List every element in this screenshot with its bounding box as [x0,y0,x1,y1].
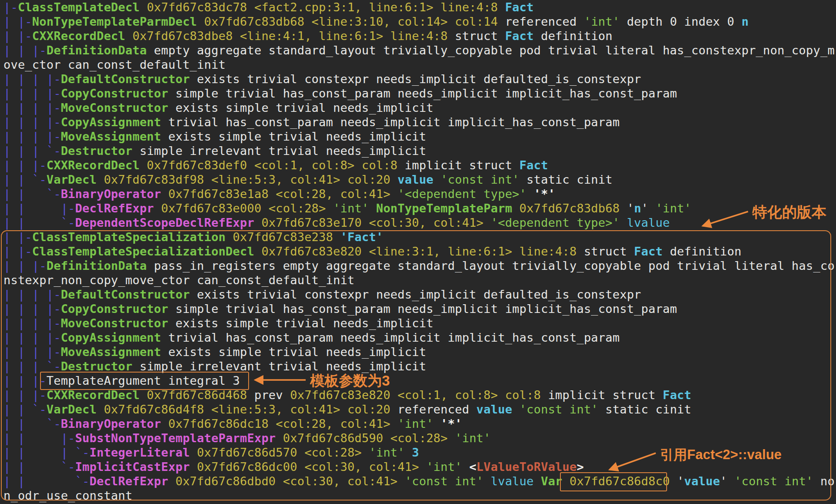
ast-token: simple trivial has_const_param needs_imp… [169,302,677,316]
ast-token: | | | |- [3,115,61,129]
ast-token: MoveConstructor [61,101,169,114]
ast-line: | | | |-CopyConstructor simple trivial h… [3,86,836,101]
ast-line: | | `-DeclRefExpr 0x7fd67c86dbd0 <col:30… [3,474,836,488]
ast-token: 0x7fd67c86d590 <col:28> [276,431,448,445]
ast-token: lvalue [620,216,670,229]
ast-token: Fact [634,245,663,258]
ast-token: > [576,460,583,474]
ast-token: | | |- [3,158,47,172]
ast-token: 0x7fd67c86d570 <col:28> [190,446,362,459]
ast-token: simple irrelevant trivial needs_implicit [132,360,426,373]
ast-token: exists simple trivial needs_implicit [169,101,434,114]
ast-token: MoveAssignment [61,345,161,359]
ast-token: pass_in_registers empty aggregate standa… [147,259,835,272]
ast-token: value [391,173,434,186]
ast-line: | | | |-MoveConstructor exists simple tr… [3,101,836,115]
ast-token: '*' [433,417,462,430]
ast-token: | |- [3,15,32,28]
ast-line: | | | `-Destructor simple irrelevant tri… [3,144,836,158]
ast-token: IntegerLiteral [89,446,189,459]
ast-token: Fact [519,158,548,172]
ast-token: DeclRefExpr [89,474,168,488]
ast-token: struct [576,245,634,258]
ast-token: 'int' [584,15,620,28]
ast-token: Destructor [61,360,133,373]
ast-token: DependentScopeDeclRefExpr [75,216,254,229]
ast-token: NonTypeTemplateParm [369,202,512,215]
ast-token: | | `- [3,403,47,416]
ast-line: | | |-CXXRecordDecl 0x7fd67c86d468 prev … [3,388,836,402]
ast-token: ' [641,202,648,215]
ast-token: 'int' [448,431,491,445]
ast-token: 0x7fd67c83df98 <line:5:3, col:41> col:20 [97,173,391,186]
ast-token: 0x7fd67c86d4f8 <line:5:3, col:41> col:20 [97,403,391,416]
ast-token: implicit struct [398,158,519,172]
ast-token: | | `- [3,173,47,186]
ast-token: CXXRecordDecl [32,29,125,43]
ast-token: | | `- [3,187,61,201]
ast-token: CopyConstructor [61,302,169,316]
ast-token: VarDecl [47,403,97,416]
ast-token: CopyAssignment [61,331,161,344]
ast-token: 'int' [419,460,462,474]
ast-token: ' [720,474,727,488]
ast-token: | | |- [3,259,47,272]
ast-token: 0x7fd67c83e170 <col:30, col:41> [254,216,484,229]
ast-token: | | | |- [3,101,61,114]
ast-token: | | | |- [3,302,61,316]
ast-token: '<dependent type>' [484,216,620,229]
ast-token: 0x7fd67c86dbd0 <col:30, col:41> [168,474,398,488]
ast-line: | |-ClassTemplateSpecializationDecl 0x7f… [3,244,836,259]
ast-token: BinaryOperator [61,417,161,430]
ast-token: |- [3,0,18,14]
ast-token: 'Fact' [333,230,383,244]
ast-line: |-ClassTemplateDecl 0x7fd67c83dc78 <fact… [3,0,836,14]
ast-token: lvalue [484,474,534,488]
ast-line: | | | |-DefaultConstructor exists trivia… [3,287,836,302]
ast-token: value [469,403,512,416]
ast-line: | | | |-DefaultConstructor exists trivia… [3,72,836,86]
ast-line: | | `-VarDecl 0x7fd67c83df98 <line:5:3, … [3,172,836,187]
ast-token: prev [247,388,290,402]
ast-line: | | | |-MoveAssignment exists simple tri… [3,345,836,359]
ast-token: ove_ctor can_const_default_init [3,58,226,71]
ast-token: | | `- [3,417,61,430]
ast-token: | | `- [3,216,75,229]
ast-token: 0x7fd67c83e820 <line:3:1, line:6:1> line… [254,245,577,258]
ast-token: | | |- [3,44,47,57]
ast-token: '<dependent type>' [391,187,527,201]
ast-line: | | |-DefinitionData pass_in_registers e… [3,259,836,273]
ast-token: LValueToRValue [476,460,576,474]
ast-token: n [742,15,748,28]
ast-line: | | | |-MoveAssignment exists simple tri… [3,129,836,144]
ast-token: CXXRecordDecl [47,388,140,402]
ast-token: | | | |- [3,288,61,301]
ast-line: | | | |-CopyConstructor simple trivial h… [3,302,836,316]
ast-token: TemplateArgument integral 3 [47,374,240,387]
ast-line: | |-ClassTemplateSpecialization 0x7fd67c… [3,230,836,244]
ast-token: static cinit [598,403,691,416]
ast-token: trivial has_const_param needs_implicit i… [161,115,620,129]
ast-token: | | |- [3,202,75,215]
ast-token: 0x7fd67c86d468 [140,388,247,402]
ast-token: Fact [663,388,691,402]
ast-line: | | |-DeclRefExpr 0x7fd67c83e000 <col:28… [3,201,836,215]
ast-token: | | | |- [3,87,61,100]
ast-token: trivial has_const_param needs_implicit i… [161,331,620,344]
ast-token: | | | |- [3,316,61,330]
ast-token: simple trivial has_const_param needs_imp… [169,87,677,100]
ast-line: nstexpr_non_copy_move_ctor can_const_def… [3,273,836,287]
ast-token: exists trivial constexpr needs_implicit … [190,72,641,86]
ast-token: exists simple trivial needs_implicit [161,345,426,359]
ast-line: | | |-CXXRecordDecl 0x7fd67c83def0 <col:… [3,158,836,172]
ast-token: referenced [391,403,469,416]
ast-token: DefinitionData [47,259,147,272]
ast-token: struct [448,29,505,43]
ast-token: | | | `- [3,144,61,158]
ast-token: 'int' [391,417,434,430]
ast-token: 0x7fd67c83dbe8 <line:4:1, line:6:1> line… [125,29,448,43]
ast-line: | | |-DefinitionData empty aggregate sta… [3,43,836,57]
ast-token: 0x7fd67c83db68 [512,202,620,215]
ast-token: n [634,202,641,215]
ast-token: exists simple trivial needs_implicit [161,130,426,143]
